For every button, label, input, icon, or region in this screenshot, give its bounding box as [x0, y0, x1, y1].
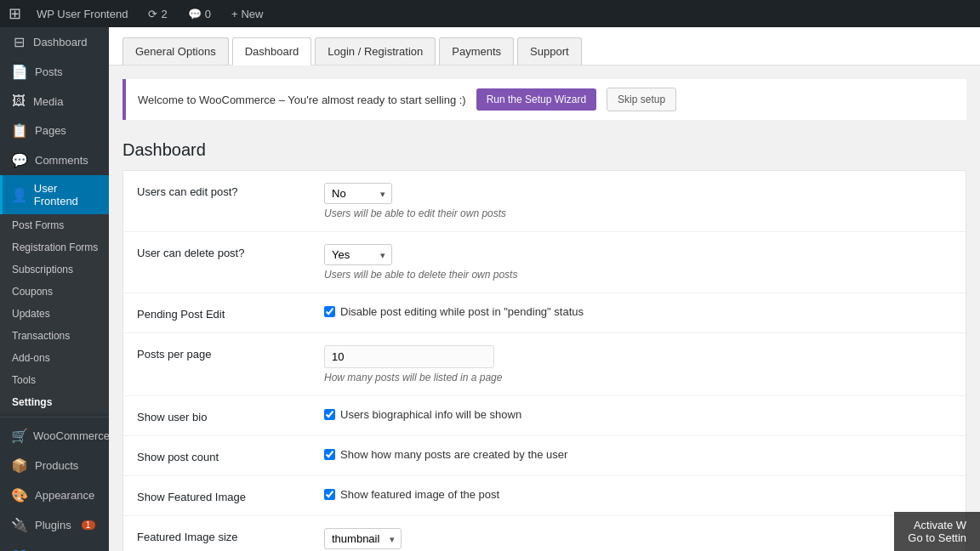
sidebar-item-media[interactable]: 🖼 Media [0, 87, 109, 116]
dashboard-icon: ⊟ [11, 34, 26, 50]
main-layout: ⊟ Dashboard 📄 Posts 🖼 Media 📋 Pages 💬 Co… [0, 27, 980, 551]
setting-control-featured-image-size: thumbnail medium large full [324, 528, 952, 549]
sidebar-item-add-ons[interactable]: Add-ons [0, 347, 109, 369]
woocommerce-notice: Welcome to WooCommerce – You're almost r… [122, 79, 966, 120]
sidebar-item-pages[interactable]: 📋 Pages [0, 116, 109, 145]
sidebar-item-updates[interactable]: Updates [0, 303, 109, 325]
setting-control-posts-per-page: How many posts will be listed in a page [324, 345, 952, 383]
setting-label-featured-image-size: Featured Image size [137, 528, 307, 543]
sidebar-item-products[interactable]: 📦 Products [0, 451, 109, 480]
select-delete-post[interactable]: Yes No [324, 244, 392, 265]
tab-payments[interactable]: Payments [439, 37, 514, 65]
sidebar-label-posts: Posts [35, 65, 63, 78]
sidebar-item-coupons[interactable]: Coupons [0, 281, 109, 303]
setting-label-pending-post-edit: Pending Post Edit [137, 305, 307, 321]
sidebar-submenu: Post Forms Registration Forms Subscripti… [0, 214, 109, 413]
sidebar-label-media: Media [33, 95, 63, 108]
sidebar-item-plugins[interactable]: 🔌 Plugins 1 [0, 510, 109, 540]
updates-item[interactable]: ⟳ 2 [143, 0, 172, 27]
select-edit-post[interactable]: No Yes [324, 183, 392, 204]
checkbox-wrap-show-user-bio: Users biographical info will be shown [324, 408, 952, 421]
setting-label-posts-per-page: Posts per page [137, 345, 307, 361]
setting-row-show-featured-image: Show Featured Image Show featured image … [123, 476, 966, 516]
wp-logo-icon[interactable]: ⊞ [9, 4, 21, 23]
select-wrap-delete-post: Yes No [324, 244, 392, 265]
sidebar-label-user-frontend: User Frontend [34, 182, 100, 207]
checkbox-wrap-pending-post-edit: Disable post editing while post in "pend… [324, 305, 952, 318]
dashboard-content: Dashboard Users can edit post? No Yes Us… [109, 127, 980, 551]
tab-general-options[interactable]: General Options [122, 37, 229, 65]
activate-line2: Go to Settin [908, 531, 966, 544]
input-posts-per-page[interactable] [324, 345, 494, 368]
sidebar-item-tools[interactable]: Tools [0, 369, 109, 391]
activate-watermark: Activate W Go to Settin [894, 512, 980, 551]
setting-row-show-user-bio: Show user bio Users biographical info wi… [123, 396, 966, 436]
setting-row-delete-post: User can delete post? Yes No Users will … [123, 232, 966, 293]
checkbox-show-featured-image[interactable] [324, 489, 335, 500]
tab-dashboard[interactable]: Dashboard [232, 37, 312, 65]
products-icon: 📦 [11, 457, 28, 474]
sidebar-label-woocommerce: WooCommerce [33, 429, 109, 442]
sidebar-item-users[interactable]: 👥 Users [0, 540, 109, 551]
sidebar-label-appearance: Appearance [35, 489, 94, 502]
skip-setup-button[interactable]: Skip setup [607, 88, 676, 111]
sidebar-label-dashboard: Dashboard [33, 36, 88, 48]
sidebar-item-post-forms[interactable]: Post Forms [0, 214, 109, 236]
tab-support[interactable]: Support [517, 37, 582, 65]
setting-row-edit-post: Users can edit post? No Yes Users will b… [123, 171, 966, 232]
select-wrap-edit-post: No Yes [324, 183, 392, 204]
setting-label-show-user-bio: Show user bio [137, 408, 307, 423]
sidebar-item-comments[interactable]: 💬 Comments [0, 145, 109, 175]
new-item[interactable]: + New [226, 0, 269, 27]
sidebar-item-registration-forms[interactable]: Registration Forms [0, 236, 109, 258]
sidebar-item-transactions[interactable]: Transactions [0, 325, 109, 347]
checkbox-label-show-user-bio: Users biographical info will be shown [340, 408, 521, 421]
checkbox-show-post-count[interactable] [324, 449, 335, 460]
select-featured-image-size[interactable]: thumbnail medium large full [324, 528, 402, 549]
setup-wizard-button[interactable]: Run the Setup Wizard [476, 88, 596, 111]
site-name-label: WP User Frontend [37, 8, 128, 20]
site-name[interactable]: WP User Frontend [31, 0, 133, 27]
posts-icon: 📄 [11, 64, 28, 80]
tabs-bar: General Options Dashboard Login / Regist… [109, 27, 980, 65]
sidebar-item-posts[interactable]: 📄 Posts [0, 57, 109, 87]
setting-control-show-post-count: Show how many posts are created by the u… [324, 448, 952, 461]
checkbox-show-user-bio[interactable] [324, 409, 335, 420]
setting-label-show-post-count: Show post count [137, 448, 307, 463]
updates-count: 2 [161, 8, 167, 20]
checkbox-wrap-show-featured-image: Show featured image of the post [324, 488, 952, 501]
checkbox-wrap-show-post-count: Show how many posts are created by the u… [324, 448, 952, 461]
sidebar-label-plugins: Plugins [35, 519, 71, 531]
sidebar-item-subscriptions[interactable]: Subscriptions [0, 258, 109, 281]
comments-icon: 💬 [188, 8, 202, 20]
setting-row-featured-image-size: Featured Image size thumbnail medium lar… [123, 516, 966, 551]
setting-label-delete-post: User can delete post? [137, 244, 307, 259]
sidebar-label-pages: Pages [35, 124, 66, 137]
setting-label-edit-post: Users can edit post? [137, 183, 307, 198]
sidebar-item-user-frontend[interactable]: 👤 User Frontend [0, 175, 109, 214]
sidebar-item-dashboard[interactable]: ⊟ Dashboard [0, 27, 109, 57]
sidebar-divider [0, 417, 109, 418]
sidebar-item-woocommerce[interactable]: 🛒 WooCommerce [0, 421, 109, 451]
checkbox-pending-post-edit[interactable] [324, 306, 335, 317]
sidebar-item-settings[interactable]: Settings [0, 391, 109, 413]
media-icon: 🖼 [11, 94, 26, 109]
sidebar-item-appearance[interactable]: 🎨 Appearance [0, 480, 109, 510]
settings-table: Users can edit post? No Yes Users will b… [122, 170, 966, 551]
setting-desc-posts-per-page: How many posts will be listed in a page [324, 372, 952, 383]
comments-item[interactable]: 💬 0 [183, 0, 216, 27]
tab-login-registration[interactable]: Login / Registration [315, 37, 436, 65]
setting-control-edit-post: No Yes Users will be able to edit their … [324, 183, 952, 219]
select-wrap-featured-image-size: thumbnail medium large full [324, 528, 402, 549]
appearance-icon: 🎨 [11, 487, 28, 503]
setting-control-pending-post-edit: Disable post editing while post in "pend… [324, 305, 952, 318]
setting-label-show-featured-image: Show Featured Image [137, 488, 307, 503]
plugins-icon: 🔌 [11, 517, 28, 533]
setting-desc-edit-post: Users will be able to edit their own pos… [324, 207, 952, 219]
checkbox-label-show-post-count: Show how many posts are created by the u… [340, 448, 567, 461]
admin-bar: ⊞ WP User Frontend ⟳ 2 💬 0 + New [0, 0, 980, 27]
new-label: New [241, 8, 263, 20]
setting-row-posts-per-page: Posts per page How many posts will be li… [123, 333, 966, 396]
setting-row-pending-post-edit: Pending Post Edit Disable post editing w… [123, 293, 966, 333]
setting-control-show-featured-image: Show featured image of the post [324, 488, 952, 501]
